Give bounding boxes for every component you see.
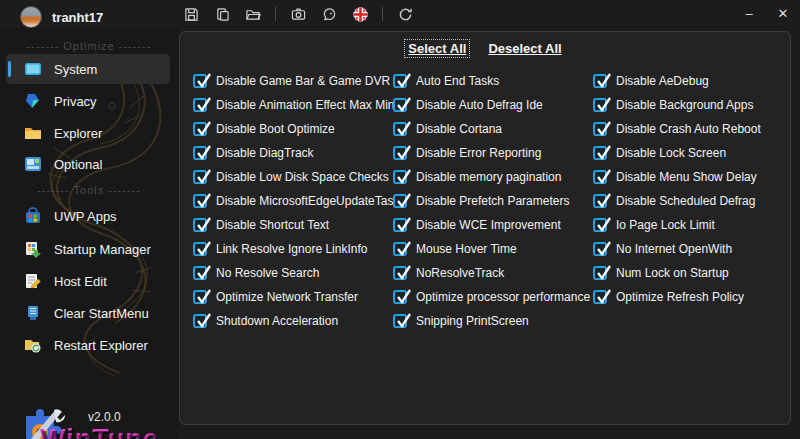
sidebar-item-startup-manager[interactable]: Startup Manager bbox=[6, 234, 170, 264]
checkbox-checked-icon[interactable] bbox=[193, 242, 207, 256]
sidebar-item-privacy[interactable]: Privacy bbox=[6, 86, 170, 116]
checkbox-item[interactable]: Disable AeDebug bbox=[593, 73, 761, 88]
checkbox-item[interactable]: Disable Game Bar & Game DVR bbox=[193, 73, 399, 88]
checkbox-checked-icon[interactable] bbox=[393, 314, 407, 328]
minimize-button[interactable]: – bbox=[732, 0, 766, 26]
sidebar-item-uwp-apps[interactable]: UWP Apps bbox=[6, 201, 170, 231]
feedback-button[interactable] bbox=[318, 3, 340, 25]
deselect-all-button[interactable]: Deselect All bbox=[485, 40, 564, 57]
sidebar-item-host-edit[interactable]: Host Edit bbox=[6, 266, 170, 296]
sidebar-item-system[interactable]: System bbox=[6, 54, 170, 84]
checkbox-label: Disable AeDebug bbox=[616, 74, 709, 88]
refresh-button[interactable] bbox=[394, 3, 416, 25]
checkbox-checked-icon[interactable] bbox=[193, 266, 207, 280]
checkbox-item[interactable]: Disable Menu Show Delay bbox=[593, 169, 761, 184]
checkbox-checked-icon[interactable] bbox=[593, 194, 607, 208]
select-all-button[interactable]: Select All bbox=[405, 40, 469, 57]
checkbox-item[interactable]: Disable WCE Improvement bbox=[393, 217, 590, 232]
sidebar-item-explorer[interactable]: Explorer bbox=[6, 118, 170, 148]
checkbox-checked-icon[interactable] bbox=[593, 266, 607, 280]
folder-icon bbox=[24, 124, 42, 142]
checkbox-label: Disable Prefetch Parameters bbox=[416, 194, 569, 208]
sidebar-item-optional[interactable]: Optional bbox=[6, 149, 170, 179]
wintune-window: tranht17 bbox=[0, 0, 800, 439]
checkbox-checked-icon[interactable] bbox=[393, 194, 407, 208]
checkbox-checked-icon[interactable] bbox=[593, 122, 607, 136]
checkbox-item[interactable]: Disable Crash Auto Reboot bbox=[593, 121, 761, 136]
checkbox-item[interactable]: Disable Low Disk Space Checks bbox=[193, 169, 399, 184]
checkbox-checked-icon[interactable] bbox=[393, 122, 407, 136]
sidebar-item-clear-startmenu[interactable]: Clear StartMenu bbox=[6, 298, 170, 328]
checkbox-checked-icon[interactable] bbox=[193, 290, 207, 304]
language-button[interactable] bbox=[349, 3, 371, 25]
checkbox-item[interactable]: Io Page Lock Limit bbox=[593, 217, 761, 232]
checkbox-item[interactable]: Optimize Network Transfer bbox=[193, 289, 399, 304]
checkbox-checked-icon[interactable] bbox=[393, 170, 407, 184]
checkbox-item[interactable]: Snipping PrintScreen bbox=[393, 313, 590, 328]
open-folder-button[interactable] bbox=[242, 3, 264, 25]
store-bag-icon bbox=[24, 207, 42, 225]
checkbox-checked-icon[interactable] bbox=[393, 98, 407, 112]
save-button[interactable] bbox=[180, 3, 202, 25]
options-column-3: Disable AeDebug Disable Background Apps … bbox=[593, 73, 761, 304]
user-profile[interactable]: tranht17 bbox=[20, 6, 103, 28]
user-avatar bbox=[20, 6, 42, 28]
checkbox-item[interactable]: NoResolveTrack bbox=[393, 265, 590, 280]
paste-button[interactable] bbox=[211, 3, 233, 25]
checkbox-checked-icon[interactable] bbox=[593, 290, 607, 304]
checkbox-item[interactable]: Disable Auto Defrag Ide bbox=[393, 97, 590, 112]
checkbox-checked-icon[interactable] bbox=[193, 194, 207, 208]
checkbox-checked-icon[interactable] bbox=[193, 218, 207, 232]
checkbox-item[interactable]: Disable MicrosoftEdgeUpdateTask bbox=[193, 193, 399, 208]
checkbox-label: Link Resolve Ignore LinkInfo bbox=[216, 242, 367, 256]
checkbox-item[interactable]: Disable Scheduled Defrag bbox=[593, 193, 761, 208]
checkbox-item[interactable]: Shutdown Acceleration bbox=[193, 313, 399, 328]
checkbox-item[interactable]: Disable Boot Optimize bbox=[193, 121, 399, 136]
sidebar-item-restart-explorer[interactable]: Restart Explorer bbox=[6, 330, 170, 360]
checkbox-checked-icon[interactable] bbox=[393, 218, 407, 232]
checkbox-item[interactable]: Disable Background Apps bbox=[593, 97, 761, 112]
toolbar-divider bbox=[275, 7, 276, 21]
titlebar[interactable]: tranht17 bbox=[0, 0, 800, 28]
checkbox-item[interactable]: Disable Shortcut Text bbox=[193, 217, 399, 232]
checkbox-checked-icon[interactable] bbox=[593, 74, 607, 88]
checkbox-item[interactable]: Disable Lock Screen bbox=[593, 145, 761, 160]
checkbox-checked-icon[interactable] bbox=[593, 98, 607, 112]
checkbox-checked-icon[interactable] bbox=[593, 146, 607, 160]
checkbox-checked-icon[interactable] bbox=[193, 146, 207, 160]
checkbox-item[interactable]: Disable Cortana bbox=[393, 121, 590, 136]
checkbox-item[interactable]: Disable Error Reporting bbox=[393, 145, 590, 160]
checkbox-checked-icon[interactable] bbox=[193, 122, 207, 136]
checkbox-item[interactable]: Optimize processor performance bbox=[393, 289, 590, 304]
checkbox-item[interactable]: No Resolve Search bbox=[193, 265, 399, 280]
checkbox-label: Disable Boot Optimize bbox=[216, 122, 335, 136]
checkbox-item[interactable]: Optimize Refresh Policy bbox=[593, 289, 761, 304]
notepad-pencil-icon bbox=[24, 272, 42, 290]
checkbox-item[interactable]: Disable DiagTrack bbox=[193, 145, 399, 160]
checkbox-item[interactable]: Disable Animation Effect Max Min bbox=[193, 97, 399, 112]
checkbox-checked-icon[interactable] bbox=[393, 242, 407, 256]
checkbox-item[interactable]: Mouse Hover Time bbox=[393, 241, 590, 256]
checkbox-item[interactable]: Num Lock on Startup bbox=[593, 265, 761, 280]
checkbox-checked-icon[interactable] bbox=[193, 74, 207, 88]
checkbox-checked-icon[interactable] bbox=[193, 314, 207, 328]
close-button[interactable]: ✕ bbox=[766, 0, 800, 26]
checkbox-item[interactable]: No Internet OpenWith bbox=[593, 241, 761, 256]
checkbox-checked-icon[interactable] bbox=[393, 74, 407, 88]
sidebar-item-label: Explorer bbox=[54, 126, 102, 141]
screenshot-button[interactable] bbox=[287, 3, 309, 25]
checkbox-checked-icon[interactable] bbox=[393, 290, 407, 304]
checkbox-checked-icon[interactable] bbox=[193, 98, 207, 112]
checkbox-checked-icon[interactable] bbox=[593, 170, 607, 184]
checkbox-item[interactable]: Disable memory pagination bbox=[393, 169, 590, 184]
checkbox-checked-icon[interactable] bbox=[593, 242, 607, 256]
checkbox-checked-icon[interactable] bbox=[393, 266, 407, 280]
checkbox-checked-icon[interactable] bbox=[593, 218, 607, 232]
options-column-2: Auto End Tasks Disable Auto Defrag Ide D… bbox=[393, 73, 590, 328]
checkbox-item[interactable]: Link Resolve Ignore LinkInfo bbox=[193, 241, 399, 256]
checkbox-item[interactable]: Disable Prefetch Parameters bbox=[393, 193, 590, 208]
checkbox-checked-icon[interactable] bbox=[393, 146, 407, 160]
options-column-1: Disable Game Bar & Game DVR Disable Anim… bbox=[193, 73, 399, 328]
checkbox-checked-icon[interactable] bbox=[193, 170, 207, 184]
checkbox-item[interactable]: Auto End Tasks bbox=[393, 73, 590, 88]
